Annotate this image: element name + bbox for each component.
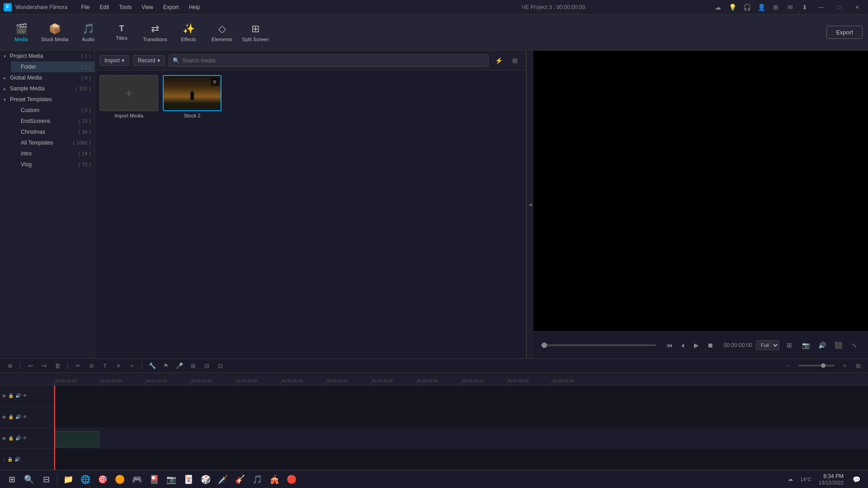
track-lock-icon[interactable]: 🔒 (8, 436, 14, 441)
tree-project-media[interactable]: ▾ Project Media ( 1 ) (0, 51, 94, 61)
headphone-icon[interactable]: 🎧 (741, 2, 752, 13)
split-icon[interactable]: ⊟ (201, 360, 212, 371)
close-button[interactable]: ✕ (850, 0, 864, 14)
tree-vlog[interactable]: Vlog ( 72 ) (11, 159, 94, 170)
tree-folder[interactable]: Folder ( 1 ) (11, 61, 94, 72)
track-eye-icon[interactable]: 👁 (23, 393, 27, 398)
tree-custom[interactable]: Custom ( 0 ) (11, 105, 94, 116)
search-taskbar-button[interactable]: 🔍 (21, 471, 37, 488)
app2-icon[interactable]: 🟠 (112, 471, 128, 488)
start-button[interactable]: ⊞ (4, 471, 20, 488)
skip-back-button[interactable]: ⏮ (663, 339, 676, 352)
mail-icon[interactable]: ✉ (785, 2, 796, 13)
browser-icon[interactable]: 🌐 (77, 471, 94, 488)
import-media-tile[interactable]: + Import Media (99, 75, 158, 118)
tree-all-templates[interactable]: All Templates ( 1086 ) (11, 137, 94, 148)
track-volume-icon[interactable]: 🔊 (15, 436, 21, 441)
marker-icon[interactable]: ⚑ (160, 360, 171, 371)
audio-button[interactable]: ≈ (127, 360, 137, 371)
file-explorer-icon[interactable]: 📁 (60, 471, 76, 488)
task-view-button[interactable]: ⊟ (38, 471, 54, 488)
app4-icon[interactable]: 🎴 (146, 471, 162, 488)
tool-stock-media[interactable]: 📦 Stock Media (39, 17, 71, 48)
track-eye-icon[interactable]: 👁 (23, 414, 27, 419)
download-icon[interactable]: ⬇ (799, 2, 810, 13)
tool-effects[interactable]: ✨ Effects (173, 17, 204, 48)
tree-christmas[interactable]: Christmas ( 34 ) (11, 127, 94, 137)
search-input[interactable] (182, 57, 485, 64)
tree-intro[interactable]: Intro ( 24 ) (11, 148, 94, 159)
adjust-button[interactable]: ≡ (113, 360, 124, 371)
tool-select[interactable]: ⊕ (5, 360, 15, 371)
play-button[interactable]: ▶ (690, 339, 703, 352)
snapshot-icon[interactable]: 📷 (799, 339, 812, 352)
tool-transitions[interactable]: ⇄ Transitions (139, 17, 171, 48)
video-clip-1[interactable] (54, 431, 99, 447)
preview-resize-icon[interactable]: ⊞ (783, 339, 796, 352)
text-button[interactable]: T (99, 360, 110, 371)
crop-button[interactable]: ⊘ (86, 360, 97, 371)
app12-icon[interactable]: 🔴 (283, 471, 300, 488)
tool-titles[interactable]: T Titles (106, 17, 137, 48)
tool-audio[interactable]: 🎵 Audio (72, 17, 104, 48)
menu-export[interactable]: Export (159, 2, 184, 12)
app9-icon[interactable]: 🎸 (232, 471, 248, 488)
minimize-button[interactable]: — (814, 0, 828, 14)
tool-media[interactable]: 🎬 Media (5, 17, 37, 48)
app6-icon[interactable]: 🃏 (180, 471, 197, 488)
tree-preset-templates[interactable]: ▾ Preset Templates (0, 94, 94, 105)
quality-select[interactable]: Full 1/2 1/4 (756, 340, 779, 350)
stop-button[interactable]: ⏹ (704, 339, 717, 352)
fullscreen-icon[interactable]: ⤡ (848, 339, 861, 352)
timeline-handle[interactable] (542, 343, 547, 348)
stock2-media-tile[interactable]: ⊞ Stock 2 (163, 75, 222, 118)
import-button[interactable]: Import ▾ (99, 55, 129, 66)
redo-button[interactable]: ↪ (38, 360, 49, 371)
external-display-icon[interactable]: ⬛ (832, 339, 844, 352)
layout-icon[interactable]: ⊞ (770, 2, 781, 13)
menu-edit[interactable]: Edit (95, 2, 114, 12)
app3-icon[interactable]: 🎮 (129, 471, 145, 488)
export-button[interactable]: Export (826, 26, 863, 39)
snap-icon[interactable]: 🔧 (147, 360, 158, 371)
track-eye-icon[interactable]: 👁 (23, 436, 27, 441)
zoom-slider[interactable] (798, 365, 835, 366)
cloud-icon[interactable]: ☁ (712, 2, 723, 13)
tree-endscreens[interactable]: EndScreens ( 23 ) (11, 116, 94, 127)
app10-icon[interactable]: 🎵 (249, 471, 265, 488)
timeline-cursor[interactable] (54, 385, 55, 470)
cut-button[interactable]: ✂ (72, 360, 83, 371)
track-lock-icon[interactable]: 🔒 (8, 393, 14, 398)
tool-elements[interactable]: ◇ Elements (206, 17, 238, 48)
undo-button[interactable]: ↩ (25, 360, 36, 371)
menu-file[interactable]: File (76, 2, 94, 12)
filter-icon[interactable]: ⚡ (492, 54, 505, 67)
menu-tools[interactable]: Tools (114, 2, 136, 12)
bulb-icon[interactable]: 💡 (727, 2, 738, 13)
step-back-button[interactable]: ⏴ (677, 339, 689, 352)
panel-collapse-arrow[interactable]: ◀ (526, 51, 533, 358)
grid-view-icon[interactable]: ⊞ (509, 54, 521, 67)
tool-split-screen[interactable]: ⊞ Split Screen (240, 17, 271, 48)
app7-icon[interactable]: 🎲 (198, 471, 214, 488)
track-volume-icon[interactable]: 🔊 (15, 393, 21, 398)
delete-button[interactable]: 🗑 (52, 360, 63, 371)
avatar-icon[interactable]: 👤 (756, 2, 767, 13)
menu-help[interactable]: Help (184, 2, 205, 12)
record-screen-icon[interactable]: ⊡ (215, 360, 226, 371)
tree-global-media[interactable]: ▸ Global Media ( 0 ) (0, 72, 94, 83)
app8-icon[interactable]: 🗡️ (215, 471, 231, 488)
zoom-out-icon[interactable]: － (783, 360, 794, 371)
track-volume-icon[interactable]: 🔊 (15, 414, 21, 419)
zoom-in-icon[interactable]: ＋ (839, 360, 850, 371)
maximize-button[interactable]: □ (832, 0, 846, 14)
track-lock-icon[interactable]: 🔒 (8, 414, 14, 419)
voiceover-icon[interactable]: 🎤 (174, 360, 185, 371)
fullscreen-timeline-icon[interactable]: ⊞ (853, 360, 863, 371)
track-volume-icon[interactable]: 🔊 (14, 457, 20, 462)
volume-icon[interactable]: 🔊 (816, 339, 828, 352)
app1-icon[interactable]: 🎯 (94, 471, 111, 488)
tree-sample-media[interactable]: ▸ Sample Media ( 101 ) (0, 83, 94, 94)
track-lock-icon[interactable]: 🔒 (7, 457, 13, 462)
app11-icon[interactable]: 🎪 (266, 471, 283, 488)
